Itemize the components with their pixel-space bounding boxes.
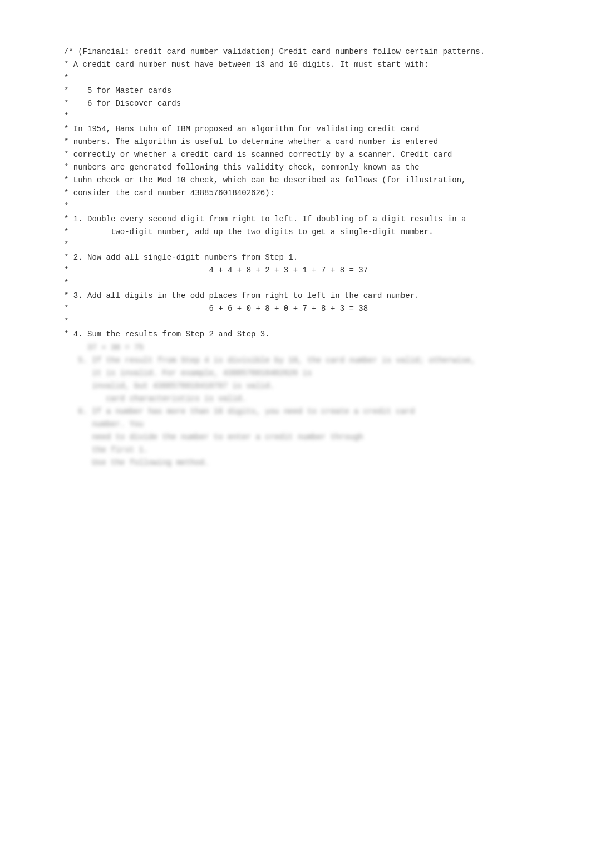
code-line: * 5 for Master cards [64,85,527,97]
code-line: * [64,200,527,213]
code-line: * Luhn check or the Mod 10 check, which … [64,174,527,187]
code-line: * numbers. The algorithm is useful to de… [64,136,527,148]
code-line: * [64,277,527,290]
code-line: 37 + 38 = 75 [64,341,527,354]
code-line: invalid, but 4388576018410707 is valid. [64,380,527,393]
code-line: 5. If the result from Step 4 is divisibl… [64,354,527,367]
code-line: * consider the card number 4388576018402… [64,187,527,200]
code-line: Use the following method. [64,457,527,469]
code-line: * 4. Sum the results from Step 2 and Ste… [64,328,527,341]
code-line: need to divide the number to enter a cre… [64,431,527,444]
code-line: * two-digit number, add up the two digit… [64,226,527,239]
code-line: * [64,110,527,123]
code-line: * correctly or whether a credit card is … [64,148,527,161]
code-line: it is invalid. For example, 438857601840… [64,367,527,380]
code-line: /* (Financial: credit card number valida… [64,46,527,58]
code-line: * [64,315,527,328]
code-line: * 4 + 4 + 8 + 2 + 3 + 1 + 7 + 8 = 37 [64,264,527,277]
code-line: * 3. Add all digits in the odd places fr… [64,290,527,302]
code-line: * numbers are generated following this v… [64,161,527,174]
code-line: * A credit card number must have between… [64,58,527,71]
code-comment-block: /* (Financial: credit card number valida… [64,33,527,469]
code-line: * [64,239,527,251]
code-line: the first 1. [64,444,527,457]
code-line: * 2. Now add all single-digit numbers fr… [64,251,527,264]
code-line: 6. If a number has more than 16 digits, … [64,405,527,418]
code-line: * [64,72,527,85]
code-line: * 6 + 6 + 0 + 8 + 0 + 7 + 8 + 3 = 38 [64,302,527,315]
code-line: * 1. Double every second digit from righ… [64,213,527,226]
code-line: * 6 for Discover cards [64,97,527,110]
code-line: * In 1954, Hans Luhn of IBM proposed an … [64,123,527,136]
code-line: number. You [64,418,527,431]
code-line: card characteristics is valid. [64,393,527,405]
